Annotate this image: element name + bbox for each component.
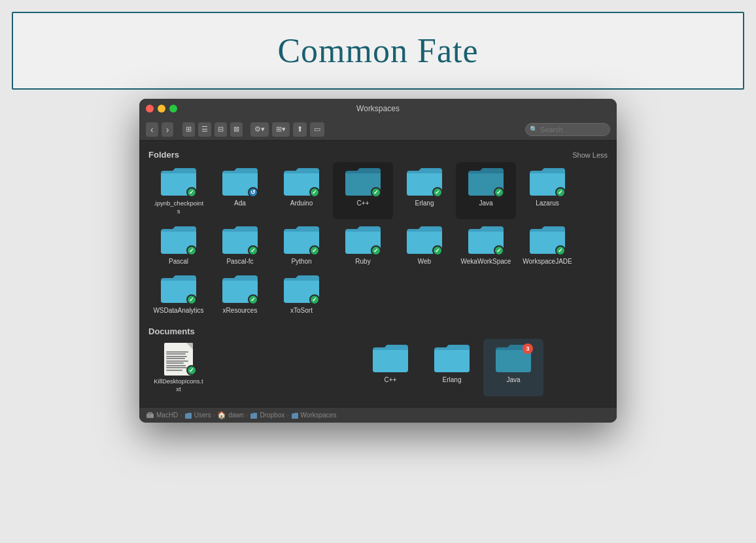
folder-label-arduino: Arduino	[290, 200, 313, 207]
folders-section-title: Folders	[148, 150, 179, 160]
folder-label-xresources: xResources	[223, 307, 258, 314]
action-btn[interactable]: ⚙▾	[250, 122, 269, 137]
folder-item-lazarus[interactable]: ✓ Lazarus	[517, 162, 577, 219]
folder-item-pascal-fc[interactable]: ✓ Pascal-fc	[210, 220, 270, 268]
folder-label-ada: Ada	[234, 200, 246, 207]
folder-label-jade: WorkspaceJADE	[523, 258, 572, 265]
folder-label-weka: WekaWorkSpace	[461, 258, 511, 265]
view-icon-btn[interactable]: ⊞	[182, 122, 195, 137]
traffic-light-red[interactable]	[146, 105, 154, 113]
folder-label-wsdata: WSDataAnalytics	[153, 307, 203, 314]
folder-item-ada[interactable]: ↺ Ada	[210, 162, 270, 219]
tag-btn[interactable]: ▭	[310, 122, 324, 137]
drive-icon	[146, 412, 154, 419]
svg-point-2	[152, 415, 153, 417]
file-item-killdesktopreicons[interactable]: ✓ KillDesktopIcons.txt	[148, 339, 209, 397]
forward-button[interactable]: ›	[162, 122, 174, 137]
view-list-btn[interactable]: ☰	[198, 122, 211, 137]
svg-rect-1	[148, 412, 152, 414]
search-input[interactable]	[525, 123, 610, 136]
doc-folder-java[interactable]: 3 Java	[483, 339, 543, 397]
documents-grid: ✓ KillDesktopIcons.txt C++	[148, 339, 608, 402]
folder-label-python: Python	[291, 258, 311, 265]
folder-item-ipynb[interactable]: ✓ .ipynb_checkpoints	[148, 162, 209, 219]
toolbar: ‹ › ⊞ ☰ ⊟ ⊠ ⚙▾ ⊞▾ ⬆ ▭ 🔍	[139, 118, 617, 141]
folders-section-header: Folders Show Less	[148, 146, 608, 162]
statusbar-sep4: ›	[286, 412, 288, 419]
folders-grid: ✓ .ipynb_checkpoints ↺ Ada	[148, 162, 608, 323]
statusbar-dropbox: Dropbox	[260, 412, 284, 419]
folder-item-wsdata[interactable]: ✓ WSDataAnalytics	[148, 270, 209, 317]
share-btn[interactable]: ⬆	[293, 122, 307, 137]
folder-label-ipynb: .ipynb_checkpoints	[154, 200, 203, 216]
view-gallery-btn[interactable]: ⊠	[230, 122, 243, 137]
folder-item-pascal[interactable]: ✓ Pascal	[148, 220, 209, 268]
statusbar-home-icon: 🏠	[217, 411, 226, 419]
file-label-killdesktop: KillDesktopIcons.txt	[154, 377, 203, 394]
titlebar: Workspaces	[139, 99, 617, 118]
folder-item-jade[interactable]: ✓ WorkspaceJADE	[517, 220, 577, 268]
folder-label-erlang: Erlang	[415, 200, 434, 207]
show-less-button[interactable]: Show Less	[572, 151, 608, 159]
documents-section-header: Documents	[148, 323, 608, 339]
statusbar-dawn: dawn	[228, 412, 244, 419]
statusbar: MacHD › Users › 🏠 dawn › Dropbox › Works…	[139, 407, 617, 423]
view-columns-btn[interactable]: ⊟	[215, 122, 227, 137]
folder-item-ruby[interactable]: ✓ Ruby	[333, 220, 393, 268]
finder-window: Workspaces ‹ › ⊞ ☰ ⊟ ⊠ ⚙▾ ⊞▾ ⬆ ▭ 🔍 Folde…	[139, 99, 617, 423]
folder-label-cpp: C++	[357, 200, 369, 207]
back-button[interactable]: ‹	[146, 122, 158, 137]
folder-item-erlang[interactable]: ✓ Erlang	[394, 162, 455, 219]
doc-folder-erlang[interactable]: Erlang	[422, 339, 482, 397]
folder-item-xresources[interactable]: ✓ xResources	[210, 270, 270, 317]
folder-label-java: Java	[479, 200, 492, 207]
folder-item-weka[interactable]: ✓ WekaWorkSpace	[456, 220, 516, 268]
folder-icon-statusbar	[184, 412, 192, 419]
search-wrap: 🔍	[525, 123, 610, 136]
page-title: Common Fate	[26, 31, 730, 70]
traffic-light-green[interactable]	[169, 105, 177, 113]
statusbar-users: Users	[194, 412, 211, 419]
folder-item-web[interactable]: ✓ Web	[394, 220, 455, 268]
documents-section-title: Documents	[148, 326, 195, 336]
folder-label-pascal-fc: Pascal-fc	[226, 258, 253, 265]
folder-icon-statusbar2	[250, 412, 258, 419]
statusbar-workspaces: Workspaces	[301, 412, 337, 419]
folder-item-python[interactable]: ✓ Python	[271, 220, 332, 268]
folder-label-lazarus: Lazarus	[536, 200, 559, 207]
folder-icon-statusbar3	[291, 412, 299, 419]
page-header: Common Fate	[12, 12, 744, 90]
doc-folder-label-erlang: Erlang	[443, 376, 462, 383]
folder-label-web: Web	[418, 258, 431, 265]
statusbar-sep1: ›	[180, 412, 182, 419]
search-icon: 🔍	[530, 126, 538, 133]
doc-folder-label-java: Java	[506, 376, 520, 383]
traffic-light-yellow[interactable]	[158, 105, 165, 113]
folder-item-java[interactable]: ✓ Java	[456, 162, 516, 219]
folder-label-xtosort: xToSort	[290, 307, 313, 314]
group-btn[interactable]: ⊞▾	[272, 122, 290, 137]
folder-label-ruby: Ruby	[355, 258, 370, 265]
finder-content: Folders Show Less ✓ .ipynb_checkpoints	[139, 141, 617, 407]
statusbar-sep3: ›	[246, 412, 248, 419]
doc-folder-label-cpp: C++	[385, 376, 397, 383]
statusbar-machd: MacHD	[156, 412, 178, 419]
folder-label-pascal: Pascal	[169, 258, 188, 265]
folder-item-xtosort[interactable]: ✓ xToSort	[271, 270, 332, 317]
statusbar-sep2: ›	[213, 412, 215, 419]
folder-item-arduino[interactable]: ✓ Arduino	[271, 162, 332, 219]
window-title: Workspaces	[356, 104, 400, 113]
traffic-lights	[146, 105, 177, 113]
folder-item-cpp[interactable]: ✓ C++	[333, 162, 393, 219]
doc-folder-cpp[interactable]: C++	[360, 339, 421, 397]
